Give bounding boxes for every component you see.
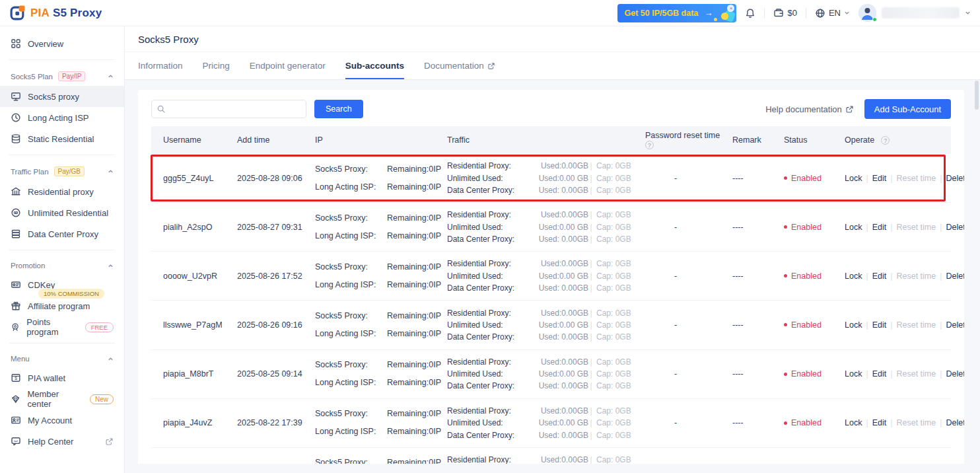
- reset-time-button[interactable]: Reset time: [896, 272, 936, 281]
- edit-button[interactable]: Edit: [872, 223, 887, 232]
- toolbar: Search Help documentation Add Sub-Accoun…: [151, 98, 951, 120]
- row-password-reset-time: -: [645, 174, 732, 183]
- sidebar-group-promotion[interactable]: Promotion: [0, 256, 124, 274]
- edit-button[interactable]: Edit: [872, 320, 887, 330]
- delete-button[interactable]: Delete: [946, 223, 964, 232]
- reset-time-button[interactable]: Reset time: [896, 369, 936, 379]
- row-remark: ----: [732, 320, 784, 330]
- diamond-icon: [11, 394, 20, 404]
- traffic-used-value: Used:0.00 GB: [528, 321, 588, 329]
- app-logo[interactable]: PIAS5 Proxy: [9, 5, 102, 21]
- sidebar-item-label: Help Center: [28, 437, 73, 447]
- sidebar-group-socks5-plan[interactable]: Socks5 Plan Pay/IP: [0, 65, 124, 86]
- search-input[interactable]: [151, 100, 306, 118]
- banner-close-icon[interactable]: ×: [727, 5, 734, 12]
- sidebar-item-points-program[interactable]: Points program FREE: [0, 316, 124, 338]
- table-row: piapia_M8brT 2025-08-25 09:14 Socks5 Pro…: [151, 350, 951, 399]
- delete-button[interactable]: Delete: [946, 320, 964, 330]
- column-status: Status: [784, 135, 845, 145]
- edit-button[interactable]: Edit: [872, 369, 887, 379]
- ip-remaining-value: Remaining:0IP: [387, 361, 447, 369]
- chevron-up-icon: [108, 73, 114, 79]
- lock-button[interactable]: Lock: [845, 174, 862, 183]
- row-username: piapia_J4uvZ: [163, 418, 237, 427]
- traffic-used-value: Used:0.00GB: [528, 309, 588, 317]
- operate-separator: |: [866, 272, 868, 281]
- ip-type-label: Long Acting ISP:: [315, 232, 383, 240]
- lock-button[interactable]: Lock: [845, 223, 862, 232]
- bank-icon: [11, 186, 21, 197]
- reset-time-button[interactable]: Reset time: [896, 418, 936, 427]
- edit-button[interactable]: Edit: [872, 272, 887, 281]
- delete-button[interactable]: Delete: [946, 418, 964, 427]
- traffic-separator: |: [588, 223, 594, 231]
- group-title-label: Promotion: [11, 262, 45, 270]
- globe-clock-icon: [11, 112, 21, 123]
- row-status: Enabled: [784, 272, 845, 281]
- tab-sub-accounts[interactable]: Sub-accounts: [345, 52, 404, 79]
- table-row: llsswwe_P7agM 2025-08-26 09:16 Socks5 Pr…: [151, 301, 951, 349]
- row-remark: ----: [732, 174, 784, 183]
- row-remark: ----: [732, 418, 784, 427]
- lock-button[interactable]: Lock: [845, 369, 862, 379]
- sidebar-item-unlimited-residential[interactable]: Unlimited Residential: [0, 202, 124, 223]
- traffic-cap-value: Cap: 0GB: [594, 419, 645, 427]
- sidebar-item-long-acting-isp[interactable]: Long Acting ISP: [0, 107, 124, 128]
- reset-time-button[interactable]: Reset time: [896, 223, 936, 232]
- operate-separator: |: [866, 320, 868, 330]
- logo-text: PIAS5 Proxy: [30, 7, 102, 20]
- reset-time-button[interactable]: Reset time: [896, 174, 936, 183]
- row-ip-cell: Socks5 Proxy:Remaining:0IP Long Acting I…: [315, 405, 447, 441]
- operate-separator: |: [890, 320, 892, 330]
- tab-endpoint-generator[interactable]: Endpoint generator: [250, 52, 326, 79]
- delete-button[interactable]: Delete: [946, 272, 964, 281]
- help-tooltip-icon[interactable]: ?: [881, 136, 890, 145]
- tab-information[interactable]: Information: [138, 52, 183, 79]
- wallet-dollar-icon: $: [11, 373, 21, 383]
- sidebar-group-menu[interactable]: Menu: [0, 349, 124, 367]
- sidebar-item-label: Residential proxy: [28, 187, 94, 197]
- sidebar-item-residential-proxy[interactable]: Residential proxy: [0, 181, 124, 202]
- sidebar-item-static-residential[interactable]: Static Residential: [0, 128, 124, 149]
- sidebar-group-traffic-plan[interactable]: Traffic Plan Pay/GB: [0, 161, 124, 181]
- user-menu[interactable]: [858, 4, 971, 22]
- add-sub-account-button[interactable]: Add Sub-Account: [864, 99, 951, 119]
- lock-button[interactable]: Lock: [845, 320, 862, 330]
- help-documentation-link[interactable]: Help documentation: [765, 104, 854, 114]
- sidebar-item-help-center[interactable]: Help Center: [0, 431, 124, 452]
- sidebar-divider: [9, 59, 115, 60]
- traffic-used-value: Used:0.00 GB: [528, 419, 588, 427]
- lock-button[interactable]: Lock: [845, 418, 862, 427]
- help-tooltip-icon[interactable]: ?: [645, 141, 654, 149]
- sidebar-item-overview[interactable]: Overview: [0, 33, 124, 54]
- sidebar-item-socks5-proxy[interactable]: Socks5 proxy: [0, 86, 124, 107]
- search-button[interactable]: Search: [314, 100, 363, 118]
- delete-button[interactable]: Delete: [946, 369, 964, 379]
- operate-separator: |: [940, 369, 942, 379]
- traffic-cap-value: Cap: 0GB: [594, 186, 645, 194]
- edit-button[interactable]: Edit: [872, 418, 887, 427]
- tab-pricing[interactable]: Pricing: [203, 52, 230, 79]
- reset-time-button[interactable]: Reset time: [896, 320, 936, 330]
- traffic-separator: |: [588, 211, 594, 219]
- table-body: ggg55_Z4uyL 2025-08-28 09:06 Socks5 Prox…: [151, 154, 951, 464]
- row-ip-cell: Socks5 Proxy:Remaining:0IP Long Acting I…: [315, 161, 447, 196]
- sidebar-item-pia-wallet[interactable]: $ PIA wallet: [0, 367, 124, 388]
- wallet-balance-button[interactable]: $0: [773, 8, 796, 18]
- promo-banner[interactable]: Get 50 IP/5GB data → ×: [617, 4, 736, 22]
- delete-button[interactable]: Delete: [946, 174, 964, 183]
- ip-type-label: Socks5 Proxy:: [315, 312, 383, 320]
- language-selector[interactable]: EN: [815, 8, 850, 18]
- tab-documentation[interactable]: Documentation: [424, 52, 495, 79]
- sidebar-item-data-center-proxy[interactable]: Data Center Proxy: [0, 223, 124, 244]
- scrollbar-thumb[interactable]: [975, 81, 979, 110]
- sidebar-item-affiliate-program[interactable]: 10% COMMISSION Affiliate program: [0, 295, 124, 316]
- traffic-used-value: Used:0.00 GB: [528, 272, 588, 280]
- sidebar-item-member-center[interactable]: Member center New: [0, 388, 124, 410]
- lock-button[interactable]: Lock: [845, 272, 862, 281]
- notifications-button[interactable]: [745, 8, 755, 18]
- sidebar-item-my-account[interactable]: My Account: [0, 410, 124, 431]
- edit-button[interactable]: Edit: [872, 174, 887, 183]
- ip-type-label: Long Acting ISP:: [315, 281, 383, 289]
- operate-separator: |: [940, 320, 942, 330]
